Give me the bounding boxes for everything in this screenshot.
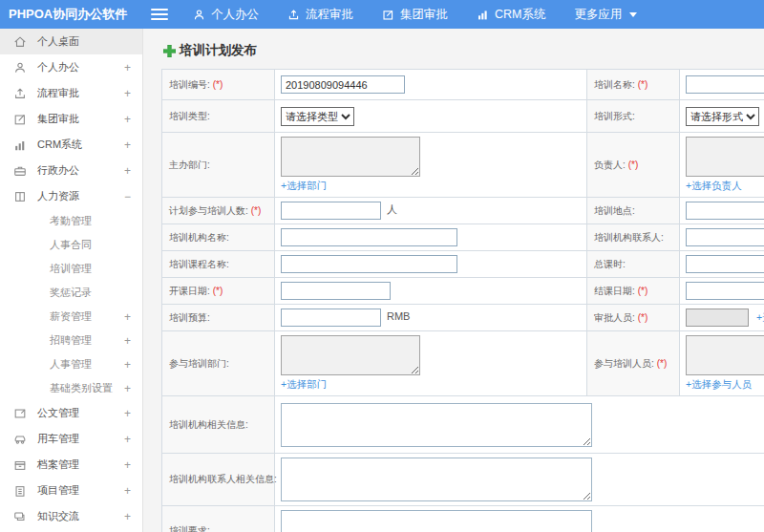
sidebar-item-projects[interactable]: 项目管理 + (0, 478, 142, 503)
nav-group-approval[interactable]: 集团审批 (382, 7, 448, 23)
expand-icon[interactable]: + (124, 458, 131, 472)
select-dept-link[interactable]: +选择部门 (281, 180, 327, 193)
expand-icon[interactable]: + (124, 310, 131, 324)
org-contact-input[interactable] (686, 228, 764, 246)
top-nav: 个人办公 流程审批 集团审批 CRM系统 更多应用 (193, 7, 637, 23)
nav-crm[interactable]: CRM系统 (477, 7, 545, 23)
sidebar-subitem-rewards[interactable]: 奖惩记录 (0, 281, 142, 305)
field-label: 参与培训人员: (594, 358, 654, 369)
field-label: 开课日期: (169, 286, 210, 296)
total-hours-input[interactable] (686, 255, 764, 273)
select-approver-link[interactable]: +选择审批人员 (756, 311, 764, 325)
required-mark: (*) (213, 79, 223, 90)
approver-input[interactable] (686, 309, 749, 327)
clipboard-icon (13, 484, 27, 498)
field-label: 负责人: (594, 160, 626, 170)
select-join-dept-link[interactable]: +选择部门 (281, 378, 327, 392)
expand-icon[interactable]: + (124, 510, 131, 523)
end-date-input[interactable] (686, 282, 764, 300)
org-info-textarea[interactable] (281, 403, 592, 447)
document-icon (13, 407, 27, 420)
sidebar-item-vehicle[interactable]: 用车管理 + (0, 426, 142, 452)
training-number-input[interactable] (281, 75, 405, 94)
start-date-input[interactable] (281, 282, 391, 300)
sidebar-subitem-attendance[interactable]: 考勤管理 (0, 209, 142, 233)
sidebar-item-crm[interactable]: CRM系统 + (0, 132, 142, 158)
expand-icon[interactable]: + (124, 87, 131, 100)
select-join-people-link[interactable]: +选择参与人员 (686, 378, 752, 392)
caret-down-icon (629, 12, 637, 17)
training-name-input[interactable] (686, 75, 764, 94)
field-label: 培训机构联系人相关信息: (169, 474, 277, 484)
nav-label: CRM系统 (495, 7, 545, 23)
expand-icon[interactable]: + (124, 334, 131, 348)
chat-icon (13, 510, 27, 523)
sidebar-subitem-recruitment[interactable]: 招聘管理+ (0, 329, 142, 352)
home-icon (13, 35, 27, 49)
sidebar-item-group-approval[interactable]: 集团审批 + (0, 106, 142, 132)
required-mark: (*) (628, 160, 639, 170)
form-row-dept-leader: 主办部门: +选择部门 负责人:(*) +选择负责人 (162, 133, 764, 198)
expand-icon[interactable]: + (124, 164, 131, 178)
nav-label: 个人办公 (211, 7, 259, 23)
field-label: 培训预算: (169, 312, 210, 323)
expand-icon[interactable]: + (124, 113, 131, 126)
training-mode-select[interactable]: 请选择形式 (686, 107, 759, 126)
edit-square-icon (13, 113, 27, 126)
location-input[interactable] (686, 202, 764, 220)
form-row-join-depts-people: 参与培训部门: +选择部门 参与培训人员:(*) +选择参与人员 (162, 331, 764, 396)
required-mark: (*) (638, 79, 648, 90)
org-name-input[interactable] (281, 228, 457, 246)
requirements-textarea[interactable] (281, 510, 592, 532)
org-contact-info-textarea[interactable] (281, 458, 592, 501)
sidebar-subitem-base-category[interactable]: 基础类别设置+ (0, 376, 142, 400)
nav-personal-office[interactable]: 个人办公 (193, 7, 259, 23)
expand-icon[interactable]: + (124, 484, 131, 498)
required-mark: (*) (251, 205, 262, 216)
nav-more-apps[interactable]: 更多应用 (574, 7, 637, 23)
expand-icon[interactable]: + (124, 433, 131, 446)
sidebar-item-documents[interactable]: 公文管理 + (0, 400, 142, 426)
hamburger-menu-icon[interactable] (151, 9, 168, 20)
field-label: 培训形式: (594, 111, 635, 121)
workflow-icon (287, 9, 300, 21)
page-title: 培训计划发布 (180, 42, 257, 59)
expand-icon[interactable]: + (124, 138, 131, 152)
sidebar-item-personal-desktop[interactable]: 个人桌面 (0, 29, 142, 54)
expand-icon[interactable]: + (124, 382, 131, 395)
training-plan-form: 培训编号:(*) 培训名称:(*) 培训类型: 请选择类型 培训形式: 请选择形… (161, 69, 764, 532)
form-row-count-location: 计划参与培训人数:(*) 人 培训地点: (162, 198, 764, 224)
budget-input[interactable] (281, 309, 381, 327)
training-type-select[interactable]: 请选择类型 (281, 107, 354, 126)
expand-icon[interactable]: + (124, 358, 131, 372)
sidebar-item-archives[interactable]: 档案管理 + (0, 452, 142, 478)
expand-icon[interactable]: + (124, 61, 131, 74)
sidebar-subitem-hr-contract[interactable]: 人事合同 (0, 233, 142, 257)
field-label: 培训机构相关信息: (169, 419, 248, 430)
leader-textarea[interactable] (686, 137, 764, 177)
sidebar-item-personal-office[interactable]: 个人办公 + (0, 54, 142, 80)
sidebar-item-hr[interactable]: 人力资源 − (0, 183, 142, 209)
planned-count-input[interactable] (281, 202, 381, 220)
field-label: 计划参与培训人数: (169, 205, 248, 216)
course-name-input[interactable] (281, 255, 457, 273)
sidebar-subitem-salary[interactable]: 薪资管理+ (0, 305, 142, 329)
form-row-org-contact-info: 培训机构联系人相关信息: (162, 454, 764, 506)
sidebar-item-knowledge[interactable]: 知识交流 + (0, 503, 142, 529)
archive-icon (13, 458, 27, 472)
field-label: 培训课程名称: (169, 259, 229, 269)
sidebar-subitem-training[interactable]: 培训管理 (0, 257, 142, 281)
form-row-budget-approver: 培训预算: RMB 审批人员:(*) +选择审批人员 (162, 305, 764, 331)
select-leader-link[interactable]: +选择负责人 (686, 180, 742, 193)
bar-chart-icon (13, 138, 27, 152)
host-dept-textarea[interactable] (281, 137, 420, 177)
nav-label: 更多应用 (574, 7, 622, 23)
collapse-icon[interactable]: − (124, 190, 131, 203)
join-people-textarea[interactable] (686, 335, 764, 375)
sidebar-subitem-personnel[interactable]: 人事管理+ (0, 352, 142, 376)
nav-workflow-approval[interactable]: 流程审批 (287, 7, 353, 23)
sidebar-item-workflow-approval[interactable]: 流程审批 + (0, 80, 142, 106)
sidebar-item-admin-office[interactable]: 行政办公 + (0, 158, 142, 183)
expand-icon[interactable]: + (124, 407, 131, 420)
join-depts-textarea[interactable] (281, 335, 420, 375)
